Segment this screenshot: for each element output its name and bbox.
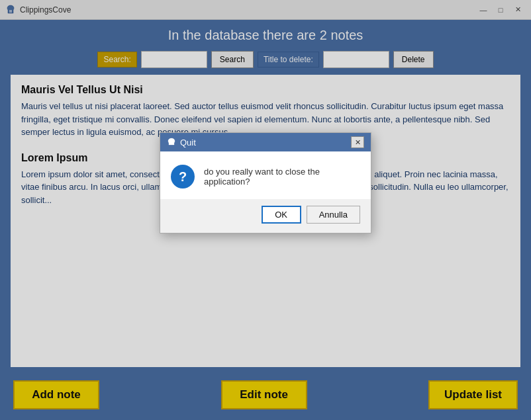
modal-footer: OK Annulla [160,199,371,233]
quit-dialog: Quit ✕ ? do you really want to close the… [160,132,371,233]
modal-ok-button[interactable]: OK [262,206,301,224]
modal-title-bar-left: Quit [167,138,196,147]
modal-title-bar: Quit ✕ [160,133,371,151]
modal-body: ? do you really want to close the applic… [160,151,371,199]
modal-message: do you really want to close the applicat… [204,167,360,187]
modal-overlay: Quit ✕ ? do you really want to close the… [0,0,531,420]
modal-title: Quit [180,138,196,147]
modal-cancel-button[interactable]: Annulla [307,206,360,224]
modal-close-button[interactable]: ✕ [351,136,364,148]
modal-icon [167,138,176,147]
question-icon: ? [171,165,195,189]
